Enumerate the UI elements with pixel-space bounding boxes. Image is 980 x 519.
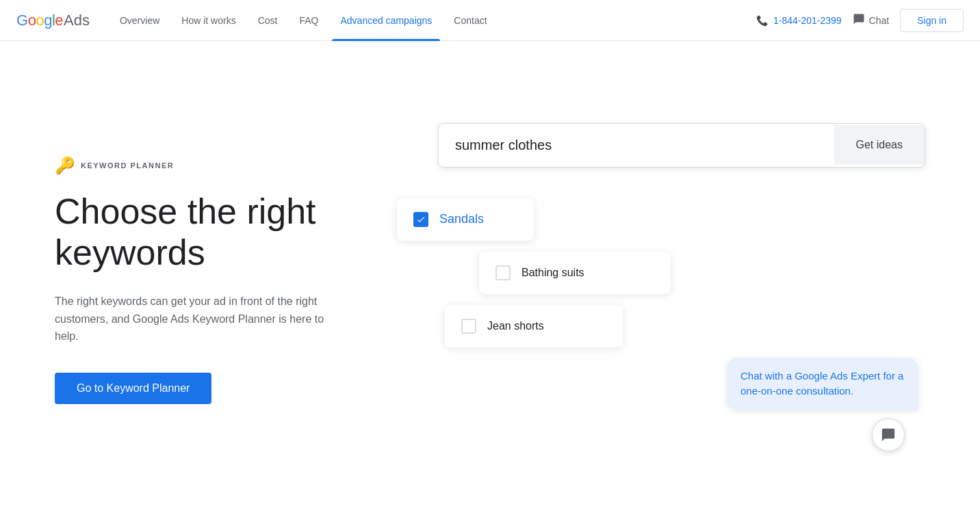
logo[interactable]: Google Ads (16, 12, 90, 29)
keyword-results: Sandals Bathing suits Jean shorts (397, 198, 871, 358)
nav-item-contact[interactable]: Contact (446, 0, 495, 41)
phone-number: 1-844-201-2399 (773, 15, 842, 26)
kp-label-text: KEYWORD PLANNER (81, 161, 174, 170)
chat-label: Chat (869, 15, 890, 26)
nav-item-cost[interactable]: Cost (250, 0, 286, 41)
keyword-planner-icon: 🔑 (55, 156, 75, 175)
go-to-keyword-planner-button[interactable]: Go to Keyword Planner (55, 373, 211, 404)
main-nav: Overview How it works Cost FAQ Advanced … (112, 0, 756, 41)
sign-in-button[interactable]: Sign in (900, 9, 964, 32)
keyword-card-bathing-suits: Bathing suits (479, 252, 671, 294)
checkbox-sandals[interactable] (413, 212, 428, 227)
chat-link[interactable]: Chat (853, 13, 890, 27)
phone-icon: 📞 (756, 15, 768, 26)
right-illustration: Get ideas Sandals Bathing suits Jean sho… (397, 103, 925, 458)
keyword-card-sandals: Sandals (397, 198, 534, 241)
phone-link[interactable]: 📞 1-844-201-2399 (756, 15, 842, 26)
main-content: 🔑 KEYWORD PLANNER Choose the right keywo… (0, 41, 980, 519)
keyword-label-bathing-suits: Bathing suits (521, 267, 584, 279)
checkbox-jean-shorts[interactable] (461, 319, 476, 334)
nav-item-how-it-works[interactable]: How it works (173, 0, 244, 41)
main-description: The right keywords can get your ad in fr… (55, 293, 328, 345)
checkbox-bathing-suits[interactable] (495, 265, 511, 280)
main-heading: Choose the right keywords (55, 191, 370, 274)
get-ideas-button[interactable]: Get ideas (834, 125, 925, 165)
chat-icon-nav (853, 13, 865, 27)
nav-item-advanced-campaigns[interactable]: Advanced campaigns (332, 0, 440, 41)
keyword-card-jean-shorts: Jean shorts (445, 305, 623, 347)
header: Google Ads Overview How it works Cost FA… (0, 0, 980, 41)
logo-ads-text: Ads (64, 12, 90, 29)
chat-bubble: Chat with a Google Ads Expert for a one-… (727, 358, 918, 410)
chat-fab-button[interactable] (872, 418, 905, 451)
left-content: 🔑 KEYWORD PLANNER Choose the right keywo… (55, 156, 397, 403)
keyword-label-jean-shorts: Jean shorts (487, 320, 544, 332)
nav-item-overview[interactable]: Overview (112, 0, 168, 41)
nav-item-faq[interactable]: FAQ (291, 0, 326, 41)
keyword-planner-label: 🔑 KEYWORD PLANNER (55, 156, 370, 175)
keyword-label-sandals: Sandals (439, 212, 484, 226)
header-right: 📞 1-844-201-2399 Chat Sign in (756, 9, 964, 32)
search-input[interactable] (439, 124, 834, 167)
search-card: Get ideas (438, 123, 925, 168)
